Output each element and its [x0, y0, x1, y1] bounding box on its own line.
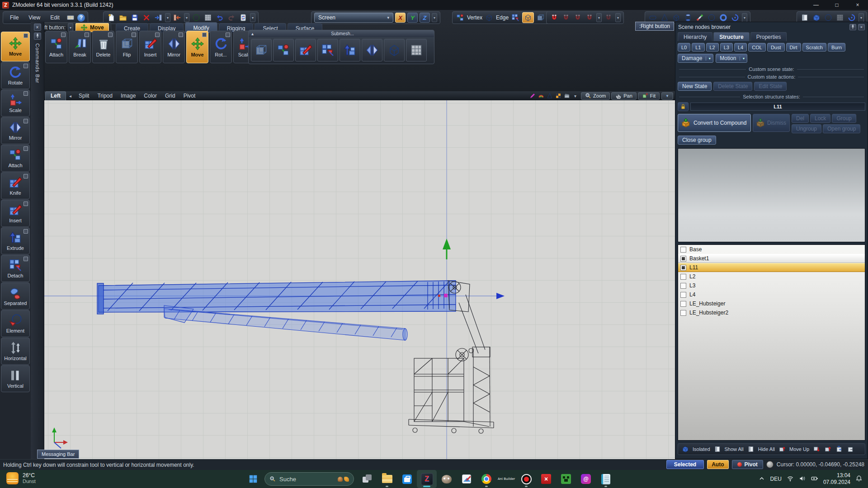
chrome-button[interactable]: [476, 470, 496, 488]
hotkeys-icon[interactable]: [66, 13, 75, 23]
viewport-menu-tripod[interactable]: Tripod: [93, 93, 117, 99]
submesh-tool-8-icon[interactable]: [406, 39, 427, 61]
tool-vertical-button[interactable]: Vertical: [1, 365, 30, 392]
language-indicator[interactable]: DEU: [770, 476, 782, 482]
snap-overflow-icon[interactable]: ▾: [615, 13, 621, 22]
coordinate-space-select[interactable]: Screen ▾: [314, 13, 393, 23]
display-grid-icon[interactable]: [835, 13, 845, 23]
modify-break-button[interactable]: Break: [69, 31, 91, 63]
hide-all-icon[interactable]: [747, 445, 755, 453]
node-row-le-hubsteiger2[interactable]: LE_Hubsteiger2: [678, 308, 865, 317]
layer-dirt-button[interactable]: Dirt: [786, 43, 801, 52]
modify-rotate-button[interactable]: Rot...: [210, 31, 232, 63]
image-editor-button[interactable]: [457, 470, 476, 488]
primitive-cylinder-icon[interactable]: [683, 13, 693, 23]
node-row-le-hubsteiger[interactable]: LE_Hubsteiger: [678, 299, 865, 308]
display-cube-icon[interactable]: [811, 13, 821, 23]
layer-l4-button[interactable]: L4: [734, 43, 747, 52]
modify-attach-button[interactable]: Attach: [45, 31, 67, 63]
submesh-tool-1-icon[interactable]: [251, 39, 272, 61]
sphere-toggle-icon[interactable]: [766, 461, 774, 468]
axis-y-button[interactable]: Y: [407, 13, 418, 23]
menu-edit[interactable]: Edit: [46, 14, 64, 21]
modify-move-button[interactable]: Move: [186, 31, 208, 63]
collapse-all-icon[interactable]: [846, 445, 854, 453]
submesh-tool-2-icon[interactable]: [273, 39, 294, 61]
purple-app-button[interactable]: @: [576, 470, 596, 488]
convert-to-compound-button[interactable]: Convert to Compound: [678, 114, 751, 132]
ms-store-button[interactable]: [397, 470, 417, 488]
tool-scale-button[interactable]: Scale: [1, 89, 30, 117]
hide-all-label[interactable]: Hide All: [758, 446, 775, 452]
tool-separated-button[interactable]: Separated: [1, 282, 30, 310]
new-file-icon[interactable]: [106, 13, 116, 23]
notifications-bell-icon[interactable]: [855, 475, 863, 483]
node-row-l11[interactable]: L11: [678, 263, 865, 272]
viewport-pan-button[interactable]: Pan: [611, 92, 637, 100]
submesh-tool-5-icon[interactable]: [340, 39, 360, 61]
viewport-canvas[interactable]: [44, 100, 675, 459]
snap-edge-icon[interactable]: [561, 13, 571, 23]
layer-l3-button[interactable]: L3: [720, 43, 733, 52]
open-group-button[interactable]: Open group: [823, 124, 860, 133]
lock-icon[interactable]: [678, 102, 689, 111]
layer-burn-button[interactable]: Burn: [828, 43, 845, 52]
submesh-tool-4-icon[interactable]: [317, 39, 338, 61]
submesh-tool-7-icon[interactable]: [384, 39, 405, 61]
tool-detach-button[interactable]: Detach: [1, 255, 30, 282]
modify-insert-button[interactable]: Insert: [139, 31, 161, 63]
modify-delete-button[interactable]: Delete: [92, 31, 114, 63]
battery-icon[interactable]: [811, 475, 818, 483]
layer-l2-button[interactable]: L2: [706, 43, 719, 52]
redo-icon[interactable]: [226, 13, 236, 23]
red-x-app-button[interactable]: ×: [536, 470, 556, 488]
node-checkbox[interactable]: [680, 292, 686, 298]
display-option-icon[interactable]: [800, 13, 810, 23]
tool-rotate-button[interactable]: Rotate: [1, 62, 30, 89]
node-checkbox[interactable]: [680, 283, 686, 289]
vertex-mode-icon[interactable]: [455, 13, 465, 23]
node-checkbox[interactable]: [680, 274, 686, 280]
layer-scratch-button[interactable]: Scratch: [802, 43, 826, 52]
dismiss-button[interactable]: Dismiss: [753, 114, 790, 132]
wifi-icon[interactable]: [787, 475, 794, 483]
submesh-tool-6-icon[interactable]: [362, 39, 382, 61]
viewport-pen-icon[interactable]: [528, 93, 536, 99]
export-icon[interactable]: [153, 13, 163, 23]
object-mode-icon[interactable]: [536, 13, 546, 23]
viewport-view-tab[interactable]: Left: [45, 91, 66, 100]
display-swirl-icon[interactable]: [847, 13, 857, 23]
notepad-button[interactable]: [596, 470, 616, 488]
viewport-back-icon[interactable]: ◂: [66, 94, 75, 99]
primitive-pill-icon[interactable]: [648, 13, 658, 23]
viewport-checker-icon[interactable]: [554, 93, 562, 99]
axis-overflow-icon[interactable]: ▾: [432, 13, 437, 22]
send-to-icon[interactable]: [824, 445, 832, 453]
menu-view[interactable]: View: [24, 14, 44, 21]
motion-dropdown[interactable]: Motion▾: [716, 54, 747, 63]
node-checkbox[interactable]: [680, 265, 686, 271]
display-overflow-icon[interactable]: ▾: [859, 13, 864, 22]
ani-builder-button[interactable]: Ani Builder: [496, 470, 516, 488]
tool-extrude-button[interactable]: Extrude: [1, 227, 30, 254]
layer-col-button[interactable]: COL: [748, 43, 766, 52]
layer-l1-button[interactable]: L1: [692, 43, 704, 52]
del-button[interactable]: Del: [792, 114, 809, 123]
help-icon[interactable]: ?: [77, 14, 85, 22]
toolbar-overflow-icon[interactable]: ▾: [250, 13, 255, 22]
lock-button[interactable]: Lock: [810, 114, 830, 123]
file-explorer-button[interactable]: [377, 470, 397, 488]
search-input[interactable]: Suche: [264, 472, 354, 486]
axis-x-button[interactable]: X: [395, 13, 406, 23]
snap-dropdown-icon[interactable]: ▾: [596, 13, 602, 22]
tool-attach-button[interactable]: Attach: [1, 145, 30, 172]
primitive-sphere-icon[interactable]: [707, 13, 717, 23]
move-down-icon[interactable]: [812, 445, 821, 453]
snap-vertex-icon[interactable]: [549, 13, 559, 23]
commands-bar-pin-icon[interactable]: [34, 33, 41, 40]
isolated-icon[interactable]: [681, 445, 689, 453]
node-checkbox[interactable]: [680, 301, 686, 307]
viewport-fit-button[interactable]: Fit: [638, 92, 660, 100]
start-button[interactable]: [245, 471, 261, 487]
edit-state-button[interactable]: Edit State: [754, 82, 787, 91]
